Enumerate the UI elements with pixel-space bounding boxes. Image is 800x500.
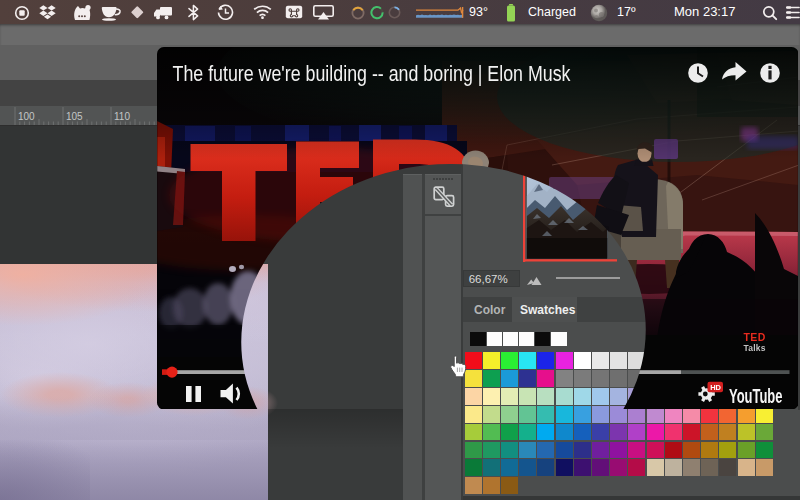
svg-text:110: 110 <box>114 111 130 122</box>
svg-text:YouTube: YouTube <box>729 383 783 406</box>
svg-text:105: 105 <box>66 111 83 122</box>
svg-text:TED: TED <box>743 330 765 342</box>
svg-text:100: 100 <box>18 111 35 122</box>
svg-text:The future we're building -- a: The future we're building -- and boring … <box>172 61 570 85</box>
svg-text:HD: HD <box>710 383 721 392</box>
svg-text:Talks: Talks <box>743 342 765 352</box>
